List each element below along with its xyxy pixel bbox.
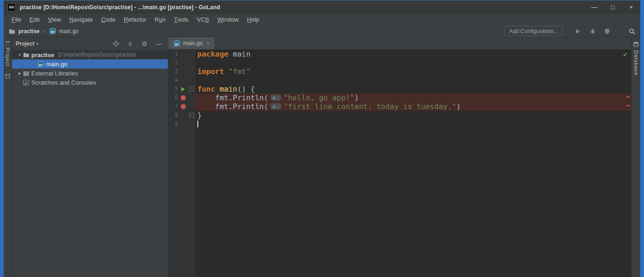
run-icon[interactable] xyxy=(574,28,581,35)
error-stripe-mark xyxy=(626,96,630,98)
settings-gear-icon[interactable]: ⚙ xyxy=(141,40,148,47)
code-text[interactable] xyxy=(195,58,631,67)
run-gutter-icon[interactable] xyxy=(178,87,188,92)
scratches-icon xyxy=(23,80,31,86)
code-token: fmt.Println( xyxy=(197,93,268,102)
code-text[interactable]: package main xyxy=(195,50,631,58)
code-line: 9 xyxy=(168,120,631,128)
breakpoint-icon[interactable] xyxy=(178,104,188,109)
fold-marker[interactable]: ∟ xyxy=(188,113,195,118)
toolbar-actions: Add Configuration... xyxy=(504,26,636,36)
code-token: main xyxy=(219,85,237,93)
gutter[interactable]: 9 xyxy=(168,120,195,128)
menu-item-edit[interactable]: Edit xyxy=(25,14,44,25)
left-tool-stripe: 1: Project xyxy=(4,37,12,277)
locate-file-icon[interactable] xyxy=(112,40,120,47)
library-icon xyxy=(23,70,31,76)
debug-icon[interactable] xyxy=(589,28,596,35)
project-panel-header: Project ▾ ⚙ — xyxy=(12,37,168,50)
code-token: import xyxy=(197,67,224,76)
code-text[interactable] xyxy=(195,76,631,85)
menu-item-run[interactable]: Run xyxy=(150,14,170,25)
tree-item-label: main.go xyxy=(46,61,67,68)
tab-main-go[interactable]: go main.go × xyxy=(168,37,214,49)
project-tool-button[interactable]: 1: Project xyxy=(5,40,11,66)
line-number: 8 xyxy=(170,111,178,120)
go-file-icon: go xyxy=(49,28,56,35)
project-panel: Project ▾ ⚙ — ▼practiseD:\Home\Repos\Go\… xyxy=(12,37,168,277)
svg-text:go: go xyxy=(39,63,42,66)
tab-label: main.go xyxy=(183,40,203,46)
line-number: 1 xyxy=(170,50,178,58)
menu-item-tools[interactable]: Tools xyxy=(170,14,193,25)
code-line: 4 xyxy=(168,76,631,85)
breakpoint-icon[interactable] xyxy=(178,95,188,100)
tree-item-practise[interactable]: ▼practiseD:\Home\Repos\Go\src\practise xyxy=(12,50,168,59)
tree-item-label: External Libraries xyxy=(31,70,78,77)
inspections-ok-icon[interactable]: ✔ xyxy=(623,51,628,58)
tree-item-label: Scratches and Consoles xyxy=(31,79,96,86)
minimize-button[interactable]: — xyxy=(585,0,604,14)
breadcrumb-project[interactable]: practise xyxy=(18,28,40,35)
gutter[interactable]: 3 xyxy=(168,67,195,76)
folder-icon xyxy=(23,52,31,58)
code-token: () { xyxy=(237,85,255,93)
menu-item-file[interactable]: File xyxy=(7,14,25,25)
menu-item-help[interactable]: Help xyxy=(243,14,264,25)
maximize-button[interactable]: □ xyxy=(604,0,622,14)
menu-item-navigate[interactable]: Navigate xyxy=(65,14,97,25)
line-number: 7 xyxy=(170,102,178,111)
svg-text:go: go xyxy=(51,30,54,34)
line-number: 2 xyxy=(170,58,178,67)
right-tool-stripe: Database xyxy=(631,37,640,277)
code-token: ) xyxy=(456,102,461,111)
hide-panel-icon[interactable]: — xyxy=(155,40,162,47)
menu-item-code[interactable]: Code xyxy=(97,14,120,25)
line-number: 6 xyxy=(170,93,178,102)
menu-item-window[interactable]: Window xyxy=(213,14,243,25)
stripe-tool-icon[interactable] xyxy=(4,72,12,80)
gutter[interactable]: 4 xyxy=(168,76,195,85)
parameter-hint: a..: xyxy=(270,103,282,110)
code-text[interactable]: import "fmt" xyxy=(195,67,631,76)
gutter[interactable]: 8∟ xyxy=(168,111,195,120)
tree-item-external-libraries[interactable]: ▶External Libraries xyxy=(12,69,168,78)
database-tool-button[interactable]: Database xyxy=(632,40,640,75)
code-text[interactable]: fmt.Println(a..:"first line content: tod… xyxy=(195,102,631,111)
fold-marker[interactable]: − xyxy=(188,87,195,92)
title-bar[interactable]: GO practise [D:\Home\Repos\Go\src\practi… xyxy=(4,0,640,14)
code-text[interactable] xyxy=(195,120,631,128)
tree-expand-arrow[interactable]: ▶ xyxy=(17,71,23,75)
code-text[interactable]: fmt.Println(a..:"hello, go app!") xyxy=(195,93,631,102)
code-text[interactable]: } xyxy=(195,111,631,120)
code-lines: 1package main23import "fmt"45−func main(… xyxy=(168,50,631,128)
gutter[interactable]: 7 xyxy=(168,102,195,111)
menu-item-vcs[interactable]: VCS xyxy=(193,14,213,25)
add-configuration-button[interactable]: Add Configuration... xyxy=(504,26,563,36)
code-token: ) xyxy=(355,93,359,102)
gutter[interactable]: 6 xyxy=(168,93,195,102)
code-editor[interactable]: 1package main23import "fmt"45−func main(… xyxy=(168,50,631,277)
search-icon[interactable] xyxy=(628,28,636,35)
chevron-down-icon: ▾ xyxy=(36,41,39,46)
breadcrumb-file[interactable]: main.go xyxy=(59,28,79,35)
code-text[interactable]: func main() { xyxy=(195,85,631,93)
gutter[interactable]: 5− xyxy=(168,85,195,93)
project-tree: ▼practiseD:\Home\Repos\Go\src\practisego… xyxy=(12,50,168,277)
menu-item-refactor[interactable]: Refactor xyxy=(120,14,150,25)
gutter[interactable]: 2 xyxy=(168,58,195,67)
menu-item-view[interactable]: View xyxy=(44,14,65,25)
tab-close-icon[interactable]: × xyxy=(207,40,210,46)
tree-item-main-go[interactable]: gomain.go xyxy=(12,59,168,69)
menu-bar: FileEditViewNavigateCodeRefactorRunTools… xyxy=(4,14,640,25)
window-title: practise [D:\Home\Repos\Go\src\practise]… xyxy=(20,4,220,11)
gutter[interactable]: 1 xyxy=(168,50,195,58)
tree-expand-arrow[interactable]: ▼ xyxy=(17,53,23,57)
tree-item-scratches-and-consoles[interactable]: Scratches and Consoles xyxy=(12,78,168,87)
tree-item-label: practise xyxy=(31,52,54,58)
collapse-all-icon[interactable] xyxy=(126,40,134,47)
project-view-dropdown[interactable]: Project xyxy=(16,40,34,47)
close-button[interactable]: × xyxy=(622,0,640,14)
code-line: 2 xyxy=(168,58,631,67)
coverage-icon[interactable] xyxy=(604,28,611,35)
